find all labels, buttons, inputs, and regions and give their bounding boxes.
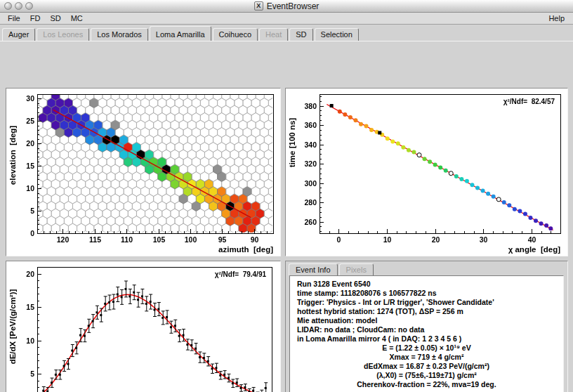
menu-item-help[interactable]: Help [543,13,570,23]
tab-bar: AugerLos LeonesLos MoradosLoma AmarillaC… [2,26,360,41]
event-info-line: Mie attenuation: model [297,316,556,325]
menu-item-file[interactable]: File [3,13,25,23]
tab-sd[interactable]: SD [289,28,312,41]
main-content: Event Info Pixels Run 3128 Event 6540tim… [0,41,573,392]
shower-profile-panel [6,261,281,392]
window-title: X EventBrowser [254,1,320,11]
event-info-text: Run 3128 Event 6540time stamp: 111820807… [289,275,564,392]
event-info-line: dEdXmax = 16.87 ± 0.23 PeV/(g/cm²) [297,362,556,371]
event-info-line: hottest hybrid station: 1274 (TOT), ΔSP … [297,307,556,316]
tab-los-morados[interactable]: Los Morados [91,28,148,41]
event-info-line: (λ,X0) = (75±6,-119±71) g/cm² [297,371,556,380]
tab-heat[interactable]: Heat [259,28,288,41]
camera-display-canvas[interactable] [6,89,280,256]
menu-item-fd[interactable]: FD [25,13,46,23]
window-controls [4,2,33,10]
camera-display-panel [6,88,281,256]
tab-pixels[interactable]: Pixels [339,263,374,275]
time-fit-panel [285,88,568,256]
event-info-line: LIDAR: no data ; CloudCam: no data [297,325,556,334]
menu-item-sd[interactable]: SD [45,13,65,23]
menubar: FileFDSDMC Help [0,13,573,25]
window-titlebar: X EventBrowser [0,0,573,13]
window-close-button[interactable] [4,2,12,10]
event-info-line: Xmax = 719 ± 4 g/cm² [297,353,556,362]
tab-event-info[interactable]: Event Info [289,263,338,275]
shower-profile-canvas[interactable] [6,261,280,392]
event-info-line: E = (1.22 ± 0.05) × 10¹⁹ eV [297,344,556,353]
event-info-tabbar: Event Info Pixels [286,261,567,275]
event-info-line: in Loma Amarilla mirror 4 ( in DAQ: 1 2 … [297,334,556,344]
window-minimize-button[interactable] [15,2,22,10]
tab-los-leones[interactable]: Los Leones [37,28,89,41]
event-info-panel: Event Info Pixels Run 3128 Event 6540tim… [285,261,568,392]
time-fit-canvas[interactable] [286,89,567,256]
event-info-line: Run 3128 Event 6540 [297,280,556,289]
event-info-line: Trigger: 'Physics - Int or L/R trigger',… [297,298,556,307]
tab-coihueco[interactable]: Coihueco [213,28,258,41]
event-info-line: Cherenkov-fraction = 22%, mva=19 deg. [297,380,556,389]
tab-auger[interactable]: Auger [2,28,35,41]
window-zoom-button[interactable] [25,2,33,10]
window-title-text: EventBrowser [267,1,320,11]
x11-app-icon: X [254,1,263,11]
menubar-items: FileFDSDMC [3,13,88,23]
tab-loma-amarilla[interactable]: Loma Amarilla [150,26,211,41]
menu-item-mc[interactable]: MC [66,13,88,23]
tab-selection[interactable]: Selection [315,28,359,41]
event-info-line: time stamp: 1118208076 s 106577822 ns [297,289,556,298]
